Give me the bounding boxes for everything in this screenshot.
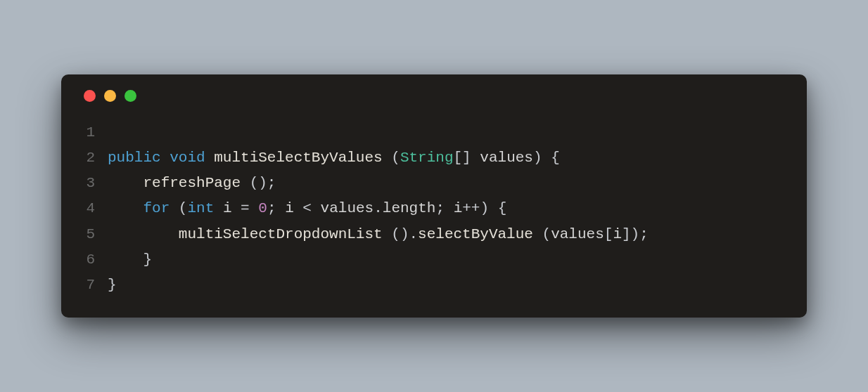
- code-token: void: [170, 150, 214, 166]
- code-token: length: [383, 200, 436, 216]
- code-line: 5 multiSelectDropdownList ().selectByVal…: [81, 222, 787, 247]
- code-line: 7}: [81, 273, 787, 298]
- code-token: (: [542, 226, 551, 242]
- line-number: 1: [81, 120, 108, 145]
- code-line: 4 for (int i = 0; i < values.length; i++…: [81, 196, 787, 221]
- code-line: 2public void multiSelectByValues (String…: [81, 145, 787, 171]
- code-token: for: [143, 200, 178, 216]
- editor-window: 12public void multiSelectByValues (Strin…: [61, 74, 807, 318]
- code-token: public: [108, 150, 170, 166]
- code-token: values: [551, 226, 604, 242]
- code-token: values: [321, 200, 374, 216]
- minimize-icon[interactable]: [104, 90, 116, 102]
- code-token: 0: [258, 200, 267, 216]
- code-token: ;: [435, 200, 453, 216]
- line-number: 2: [81, 145, 108, 171]
- window-controls: [84, 90, 787, 102]
- code-token: multiSelectDropdownList: [179, 226, 391, 242]
- code-token: [: [604, 226, 613, 242]
- code-token: values: [480, 150, 533, 166]
- code-token: }: [108, 251, 152, 268]
- code-source: multiSelectDropdownList ().selectByValue…: [108, 222, 649, 247]
- line-number: 4: [81, 196, 108, 221]
- code-source: }: [108, 273, 117, 298]
- code-token: <: [302, 200, 320, 216]
- code-token: selectByValue: [418, 226, 542, 242]
- code-source: refreshPage ();: [108, 171, 276, 196]
- code-token: refreshPage: [143, 175, 249, 191]
- code-token: multiSelectByValues: [214, 150, 391, 166]
- code-token: .: [374, 200, 383, 216]
- code-token: String: [400, 150, 454, 166]
- code-line: 1: [81, 120, 787, 145]
- code-token: i: [613, 226, 622, 242]
- code-token: ) {: [480, 200, 506, 216]
- code-token: }: [108, 277, 117, 293]
- code-line: 6 }: [81, 247, 787, 273]
- code-token: [108, 175, 143, 191]
- code-source: }: [108, 247, 152, 273]
- code-token: ().: [391, 226, 418, 242]
- code-token: (: [179, 200, 188, 216]
- line-number: 7: [81, 273, 108, 298]
- code-source: public void multiSelectByValues (String[…: [108, 145, 560, 171]
- code-source: for (int i = 0; i < values.length; i++) …: [108, 196, 506, 221]
- code-token: ]);: [622, 226, 649, 242]
- code-block: 12public void multiSelectByValues (Strin…: [81, 120, 787, 298]
- line-number: 5: [81, 222, 108, 247]
- close-icon[interactable]: [84, 90, 96, 102]
- zoom-icon[interactable]: [125, 90, 136, 102]
- code-token: ;: [267, 200, 285, 216]
- code-token: i: [223, 200, 241, 216]
- code-token: int: [187, 200, 222, 216]
- code-token: i: [454, 200, 463, 216]
- code-token: i: [285, 200, 302, 216]
- line-number: 6: [81, 247, 108, 273]
- code-token: (: [391, 150, 400, 166]
- line-number: 3: [81, 171, 108, 196]
- code-token: ();: [250, 175, 276, 191]
- code-token: ) {: [533, 150, 560, 166]
- code-token: =: [241, 200, 258, 216]
- code-token: [108, 200, 143, 216]
- code-token: []: [454, 150, 480, 166]
- code-token: ++: [462, 200, 480, 216]
- code-token: [108, 226, 179, 242]
- code-line: 3 refreshPage ();: [81, 171, 787, 196]
